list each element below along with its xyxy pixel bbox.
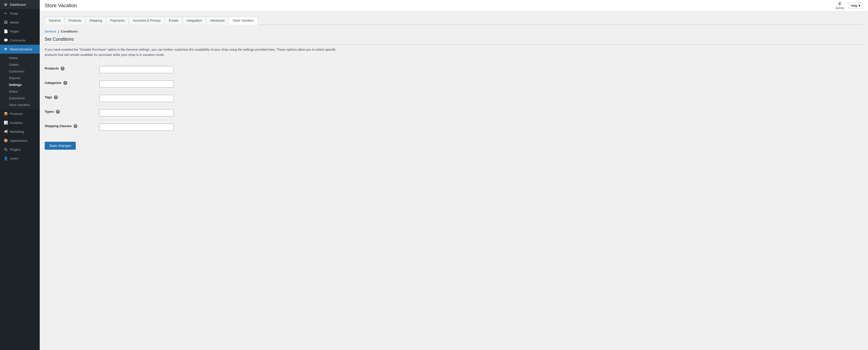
tab-shipping[interactable]: Shipping: [85, 17, 106, 25]
main-wrapper: Store Vacation Activity Help ▾ General P…: [40, 0, 868, 350]
help-arrow: ▾: [859, 4, 860, 7]
products-icon: 📦: [3, 112, 8, 116]
types-input[interactable]: [99, 109, 174, 117]
tab-emails[interactable]: Emails: [165, 17, 183, 25]
svg-rect-2: [838, 4, 841, 5]
breadcrumb: General | Conditions: [45, 30, 863, 33]
svg-rect-1: [838, 3, 840, 4]
sidebar-item-comments[interactable]: 💬 Comments: [0, 36, 40, 45]
tags-help-icon[interactable]: ?: [54, 95, 58, 99]
form-row-types: Types ?: [45, 105, 863, 120]
posts-icon: ✏: [3, 11, 8, 15]
sidebar-item-label: Marketing: [10, 130, 24, 133]
woocommerce-submenu: Home Orders Customers Reports Settings S…: [0, 54, 40, 109]
sidebar-item-marketing[interactable]: 📢 Marketing: [0, 127, 40, 136]
submenu-item-settings[interactable]: Settings: [0, 82, 40, 88]
tab-advanced[interactable]: Advanced: [206, 17, 229, 25]
form-row-categories: Categories ?: [45, 77, 863, 91]
page-title: Store Vacation: [45, 3, 77, 8]
tab-accounts-privacy[interactable]: Accounts & Privacy: [129, 17, 165, 25]
media-icon: 🖼: [3, 20, 8, 25]
sidebar-item-label: Media: [10, 21, 19, 24]
submenu-item-store-vacation[interactable]: Store Vacation: [0, 101, 40, 108]
shipping-classes-input[interactable]: [99, 124, 174, 131]
submenu-item-orders[interactable]: Orders: [0, 61, 40, 68]
activity-button[interactable]: Activity: [835, 2, 844, 9]
tab-integration[interactable]: Integration: [183, 17, 206, 25]
submenu-item-customers[interactable]: Customers: [0, 68, 40, 75]
tab-products[interactable]: Products: [64, 17, 85, 25]
sidebar-item-woocommerce[interactable]: W WooCommerce: [0, 45, 40, 54]
products-input[interactable]: [99, 66, 174, 73]
tab-store-vacation[interactable]: Store Vacation: [228, 17, 258, 25]
form-row-tags: Tags ?: [45, 91, 863, 105]
sidebar-item-label: Comments: [10, 38, 26, 42]
section-title: Set Conditions: [45, 37, 863, 45]
types-field-label: Types: [45, 110, 54, 114]
help-button[interactable]: Help ▾: [848, 2, 863, 9]
sidebar-item-label: Dashboard: [10, 3, 26, 6]
breadcrumb-parent-link[interactable]: General: [45, 30, 56, 33]
sidebar-item-label: Products: [10, 112, 23, 116]
sidebar-item-dashboard[interactable]: ⊞ Dashboard: [0, 0, 40, 9]
comments-icon: 💬: [3, 38, 8, 42]
woocommerce-icon: W: [3, 47, 8, 52]
shipping-classes-field-label: Shipping Classes: [45, 124, 71, 128]
pages-icon: 📄: [3, 29, 8, 33]
sidebar: ⊞ Dashboard ✏ Posts 🖼 Media 📄 Pages 💬 Co…: [0, 0, 40, 350]
tabs: General Products Shipping Payments Accou…: [45, 17, 863, 25]
sidebar-item-label: Plugins: [10, 148, 21, 151]
shipping-classes-help-icon[interactable]: ?: [73, 124, 78, 128]
submenu-item-extensions[interactable]: Extensions: [0, 95, 40, 101]
categories-field-label: Categories: [45, 81, 61, 85]
products-field-label: Products: [45, 66, 59, 70]
submenu-item-home[interactable]: Home: [0, 55, 40, 61]
topbar-right: Activity Help ▾: [835, 2, 863, 9]
breadcrumb-current: Conditions: [61, 30, 78, 33]
breadcrumb-separator: |: [58, 30, 59, 33]
form-actions: Save changes: [45, 139, 863, 150]
tab-payments[interactable]: Payments: [106, 17, 129, 25]
sidebar-item-media[interactable]: 🖼 Media: [0, 18, 40, 27]
sidebar-item-label: Posts: [10, 12, 18, 15]
types-help-icon[interactable]: ?: [56, 110, 60, 114]
sidebar-item-analytics[interactable]: 📊 Analytics: [0, 118, 40, 127]
categories-help-icon[interactable]: ?: [63, 81, 67, 85]
sidebar-item-pages[interactable]: 📄 Pages: [0, 27, 40, 36]
sidebar-item-label: Users: [10, 157, 19, 160]
dashboard-icon: ⊞: [3, 2, 8, 7]
plugins-icon: 🔌: [3, 147, 8, 152]
analytics-icon: 📊: [3, 120, 8, 125]
sidebar-item-label: Analytics: [10, 121, 23, 125]
sidebar-item-label: Appearance: [10, 139, 27, 142]
sidebar-item-label: Pages: [10, 30, 19, 33]
form-row-shipping-classes: Shipping Classes ?: [45, 120, 863, 134]
sidebar-item-label: WooCommerce: [10, 47, 32, 51]
tags-field-label: Tags: [45, 95, 52, 99]
products-help-icon[interactable]: ?: [61, 66, 65, 70]
sidebar-item-appearance[interactable]: 🎨 Appearance: [0, 136, 40, 145]
sidebar-item-posts[interactable]: ✏ Posts: [0, 9, 40, 18]
content-area: General Products Shipping Payments Accou…: [40, 11, 868, 350]
categories-input[interactable]: [99, 81, 174, 88]
users-icon: 👤: [3, 156, 8, 161]
submenu-item-status[interactable]: Status: [0, 88, 40, 95]
help-label: Help: [851, 4, 858, 7]
activity-label: Activity: [835, 6, 844, 9]
tab-general[interactable]: General: [45, 17, 65, 25]
conditions-form: Products ? Categories ?: [45, 63, 863, 134]
save-changes-button[interactable]: Save changes: [45, 142, 76, 150]
sidebar-item-users[interactable]: 👤 Users: [0, 154, 40, 163]
form-row-products: Products ?: [45, 63, 863, 77]
section-description: If you have enabled the "Disable Purchas…: [45, 47, 343, 58]
appearance-icon: 🎨: [3, 138, 8, 143]
sidebar-item-plugins[interactable]: 🔌 Plugins: [0, 145, 40, 154]
svg-rect-0: [838, 2, 841, 3]
marketing-icon: 📢: [3, 129, 8, 134]
activity-icon: [838, 2, 842, 6]
submenu-item-reports[interactable]: Reports: [0, 75, 40, 82]
topbar: Store Vacation Activity Help ▾: [40, 0, 868, 11]
tags-input[interactable]: [99, 95, 174, 102]
sidebar-item-products[interactable]: 📦 Products: [0, 109, 40, 118]
